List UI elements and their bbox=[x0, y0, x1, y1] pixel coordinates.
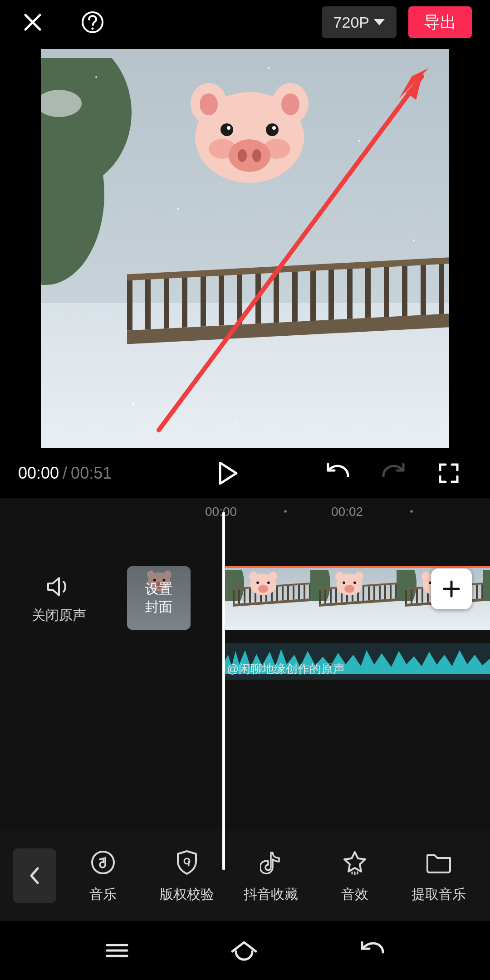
cover-label: 设置 封面 bbox=[145, 580, 172, 616]
play-icon bbox=[218, 462, 238, 485]
time-ruler[interactable]: 00:00 00:02 bbox=[0, 498, 490, 524]
playhead[interactable] bbox=[222, 512, 225, 870]
set-cover-button[interactable]: 设置 封面 bbox=[127, 566, 191, 630]
nav-home-button[interactable] bbox=[230, 940, 259, 961]
current-time: 00:00 bbox=[18, 464, 59, 483]
svg-point-1 bbox=[91, 27, 93, 29]
menu-icon bbox=[104, 941, 130, 960]
resolution-label: 720P bbox=[333, 14, 369, 31]
tool-label: 抖音收藏 bbox=[244, 885, 298, 904]
svg-point-8 bbox=[200, 93, 218, 115]
undo-button[interactable] bbox=[322, 457, 354, 489]
svg-point-14 bbox=[266, 123, 279, 136]
tool-label: 音乐 bbox=[89, 885, 117, 904]
ruler-tick: 00:00 bbox=[205, 505, 237, 519]
add-clip-button[interactable] bbox=[431, 568, 472, 609]
shield-icon bbox=[175, 849, 199, 876]
video-preview[interactable] bbox=[41, 49, 449, 448]
help-icon bbox=[81, 10, 104, 34]
preview-tree bbox=[41, 58, 163, 312]
chevron-left-icon bbox=[29, 867, 40, 885]
time-separator: / bbox=[63, 464, 67, 483]
folder-icon bbox=[426, 852, 452, 873]
tool-sound-effect[interactable]: 音效 bbox=[316, 848, 393, 904]
close-button[interactable] bbox=[18, 8, 47, 37]
tool-label: 版权校验 bbox=[160, 885, 214, 904]
svg-point-32 bbox=[256, 581, 259, 584]
tool-music[interactable]: 音乐 bbox=[64, 848, 142, 904]
nav-back-button[interactable] bbox=[358, 941, 386, 960]
svg-point-29 bbox=[249, 572, 258, 581]
timeline-area[interactable]: 00:00 00:02 关闭原声 设置 封面 bbox=[0, 498, 490, 879]
ruler-tick: 00:02 bbox=[331, 505, 363, 519]
svg-point-30 bbox=[269, 572, 277, 581]
svg-point-39 bbox=[353, 581, 356, 584]
clip-frame[interactable] bbox=[483, 568, 490, 630]
fullscreen-icon bbox=[438, 463, 459, 484]
mute-label: 关闭原声 bbox=[32, 606, 86, 625]
redo-icon bbox=[381, 462, 406, 484]
svg-point-12 bbox=[220, 123, 233, 136]
redo-button[interactable] bbox=[377, 457, 409, 489]
svg-point-33 bbox=[267, 581, 270, 584]
pig-sticker[interactable] bbox=[191, 81, 309, 185]
fullscreen-button[interactable] bbox=[433, 457, 465, 489]
douyin-icon bbox=[260, 850, 282, 875]
export-label: 导出 bbox=[424, 11, 456, 34]
export-button[interactable]: 导出 bbox=[408, 6, 472, 38]
system-nav-bar bbox=[0, 921, 490, 980]
tool-extract-music[interactable]: 提取音乐 bbox=[400, 848, 477, 904]
tool-label: 提取音乐 bbox=[412, 885, 466, 904]
svg-point-38 bbox=[343, 581, 345, 584]
nav-menu-button[interactable] bbox=[104, 941, 130, 960]
ruler-dot bbox=[410, 510, 413, 513]
tool-label: 音效 bbox=[341, 885, 368, 904]
chevron-down-icon bbox=[374, 19, 385, 25]
svg-point-15 bbox=[272, 126, 276, 130]
svg-point-16 bbox=[229, 139, 270, 172]
svg-point-37 bbox=[344, 585, 354, 593]
back-icon bbox=[358, 941, 386, 960]
audio-label: @闲聊地缘创作的原声 bbox=[227, 661, 345, 677]
help-button[interactable] bbox=[78, 8, 107, 37]
svg-point-31 bbox=[258, 585, 268, 593]
svg-point-9 bbox=[281, 93, 299, 115]
audio-track[interactable]: @闲聊地缘创作的原声 bbox=[224, 643, 490, 680]
undo-icon bbox=[325, 462, 351, 484]
bottom-toolbar: 音乐 版权校验 抖音收藏 音效 提取音乐 bbox=[0, 830, 490, 921]
svg-point-36 bbox=[355, 572, 363, 581]
music-icon bbox=[91, 850, 115, 875]
svg-point-18 bbox=[252, 149, 261, 162]
clip-frame[interactable] bbox=[224, 568, 310, 630]
close-icon bbox=[22, 11, 44, 33]
mute-original-audio-button[interactable]: 关闭原声 bbox=[32, 575, 86, 625]
home-icon bbox=[230, 940, 259, 961]
plus-icon bbox=[442, 580, 461, 598]
tool-douyin-favorite[interactable]: 抖音收藏 bbox=[232, 848, 309, 904]
resolution-selector[interactable]: 720P bbox=[322, 6, 397, 38]
ruler-dot bbox=[284, 510, 287, 513]
tool-copyright[interactable]: 版权校验 bbox=[148, 848, 225, 904]
star-icon bbox=[342, 850, 368, 875]
total-duration: 00:51 bbox=[71, 464, 112, 483]
toolbar-back-button[interactable] bbox=[13, 848, 56, 903]
play-button[interactable] bbox=[212, 457, 244, 489]
svg-point-17 bbox=[238, 149, 247, 162]
svg-point-41 bbox=[421, 572, 430, 581]
clip-frame[interactable] bbox=[310, 568, 397, 630]
svg-point-13 bbox=[227, 126, 230, 130]
svg-point-35 bbox=[335, 572, 344, 581]
preview-bridge bbox=[127, 267, 449, 344]
speaker-icon bbox=[46, 575, 72, 598]
